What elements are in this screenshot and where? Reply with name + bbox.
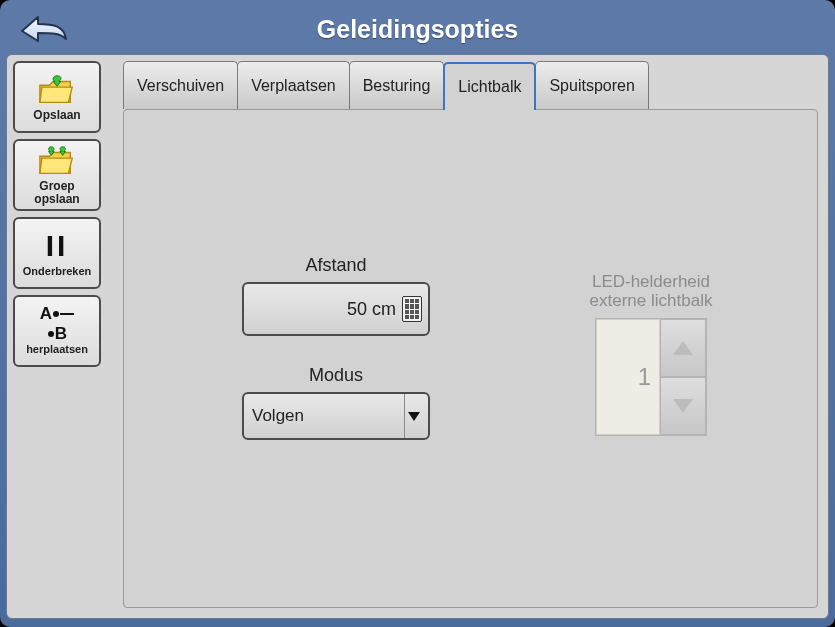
save-group-button[interactable]: Groep opslaan	[13, 139, 101, 211]
sidebar-item-label: Onderbreken	[15, 265, 99, 278]
tab-verplaatsen[interactable]: Verplaatsen	[237, 61, 350, 109]
back-button[interactable]	[16, 11, 72, 47]
sidebar-item-label: herplaatsen	[15, 343, 99, 356]
modus-group: Modus Volgen	[242, 365, 430, 440]
sidebar-item-label: Groep opslaan	[15, 180, 99, 206]
led-brightness-group: LED-helderheid externe lichtbalk 1	[556, 272, 746, 436]
afstand-group: Afstand 50 cm	[242, 255, 430, 336]
led-decrease-button[interactable]	[660, 377, 706, 435]
chevron-up-icon	[673, 341, 693, 355]
tab-label: Verplaatsen	[251, 77, 336, 95]
tab-spuitsporen[interactable]: Spuitsporen	[535, 61, 648, 109]
tab-label: Lichtbalk	[458, 78, 521, 96]
led-increase-button[interactable]	[660, 319, 706, 377]
tab-lichtbalk[interactable]: Lichtbalk	[443, 62, 536, 110]
keypad-icon	[402, 296, 422, 322]
tab-besturing[interactable]: Besturing	[349, 61, 445, 109]
tab-label: Spuitsporen	[549, 77, 634, 95]
back-arrow-icon	[16, 11, 72, 47]
label-line: externe lichtbalk	[590, 291, 713, 310]
sidebar-item-label: Opslaan	[15, 109, 99, 122]
app-window: Geleidingsopties Opslaan	[0, 0, 835, 627]
afstand-value: 50 cm	[347, 299, 396, 320]
save-button[interactable]: Opslaan	[13, 61, 101, 133]
pause-button[interactable]: II Onderbreken	[13, 217, 101, 289]
page-title: Geleidingsopties	[6, 15, 829, 44]
label-line: LED-helderheid	[592, 272, 710, 291]
modus-combobox[interactable]: Volgen	[242, 392, 430, 440]
tab-container: Verschuiven Verplaatsen Besturing Lichtb…	[123, 61, 818, 608]
sidebar: Opslaan Groep opslaan II Onderbreken	[13, 61, 113, 367]
reposition-button[interactable]: AB herplaatsen	[13, 295, 101, 367]
led-brightness-value: 1	[596, 319, 660, 435]
tab-strip: Verschuiven Verplaatsen Besturing Lichtb…	[123, 61, 818, 109]
modus-label: Modus	[242, 365, 430, 386]
tab-verschuiven[interactable]: Verschuiven	[123, 61, 238, 109]
a-to-b-icon: AB	[37, 307, 77, 341]
led-brightness-label: LED-helderheid externe lichtbalk	[556, 272, 746, 310]
folder-group-save-icon	[37, 144, 77, 178]
tab-label: Besturing	[363, 77, 431, 95]
chevron-down-icon	[673, 399, 693, 413]
afstand-label: Afstand	[242, 255, 430, 276]
pause-icon: II	[37, 229, 77, 263]
stepper-buttons	[660, 319, 706, 435]
title-bar: Geleidingsopties	[6, 6, 829, 52]
tab-label: Verschuiven	[137, 77, 224, 95]
client-area: Opslaan Groep opslaan II Onderbreken	[6, 54, 829, 619]
tab-panel-lichtbalk: Afstand 50 cm Modus Volgen	[123, 109, 818, 608]
chevron-down-icon	[404, 394, 422, 438]
modus-selected-value: Volgen	[252, 406, 404, 426]
folder-save-icon	[37, 73, 77, 107]
led-brightness-stepper: 1	[595, 318, 707, 436]
afstand-input[interactable]: 50 cm	[242, 282, 430, 336]
